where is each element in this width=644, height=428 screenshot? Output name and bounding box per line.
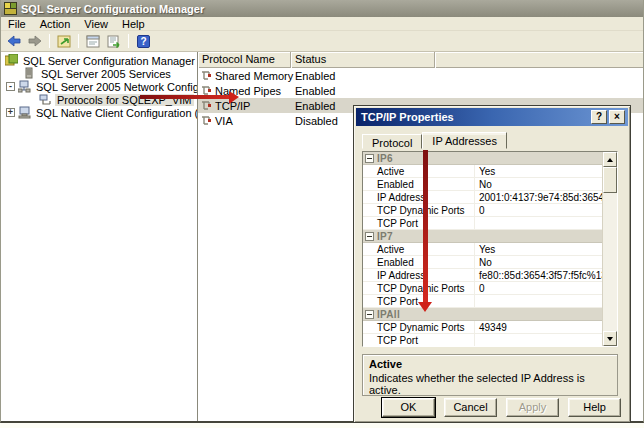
svg-text:?: ?	[140, 36, 146, 47]
grid-row[interactable]: Enabled No	[363, 256, 602, 269]
property-description-title: Active	[369, 358, 611, 370]
grid-row-tcp-dynamic-ports[interactable]: TCP Dynamic Ports 49349	[363, 321, 602, 334]
export-list-button[interactable]	[105, 33, 123, 50]
native-client-icon	[18, 106, 31, 119]
property-description: Active Indicates whether the selected IP…	[362, 354, 618, 396]
show-hide-console-tree-button[interactable]	[55, 33, 73, 50]
window-title: SQL Server Configuration Manager	[21, 3, 204, 15]
column-header-status[interactable]: Status	[291, 52, 435, 68]
help-button[interactable]: ?	[134, 33, 152, 50]
menubar: File Action View Help	[1, 17, 643, 31]
grid-row[interactable]: TCP Dynamic Ports 0	[363, 282, 602, 295]
grid-row[interactable]: IP Address fe80::85d:3654:3f57:f5fc%13	[363, 269, 602, 282]
grid-row[interactable]: TCP Dynamic Ports 0	[363, 204, 602, 217]
grid-row[interactable]: TCP Port	[363, 295, 602, 308]
collapse-icon[interactable]	[365, 232, 374, 241]
grid-row[interactable]: IP Address 2001:0:4137:9e74:85d:3654:3f5…	[363, 191, 602, 204]
toolbar-separator	[78, 34, 79, 48]
close-icon[interactable]: ×	[609, 110, 625, 124]
apply-button[interactable]: Apply	[506, 398, 559, 417]
protocol-icon	[201, 115, 212, 126]
main-window: SQL Server Configuration Manager File Ac…	[0, 0, 644, 423]
protocol-status: Enabled	[291, 85, 435, 97]
app-icon	[4, 2, 17, 15]
protocol-status: Enabled	[291, 70, 435, 82]
tree-item-label: SQL Native Client Configuration (32bit)	[34, 107, 198, 119]
dialog-title: TCP/IP Properties	[361, 111, 454, 123]
column-header-filler	[435, 52, 643, 68]
list-header: Protocol Name Status	[198, 52, 643, 68]
collapse-icon[interactable]	[365, 310, 374, 319]
properties-icon	[86, 35, 100, 48]
dialog-help-icon[interactable]: ?	[591, 110, 607, 124]
dialog-titlebar[interactable]: TCP/IP Properties ? ×	[356, 108, 628, 126]
column-header-protocol-name[interactable]: Protocol Name	[198, 52, 291, 68]
help-button-dialog[interactable]: Help	[568, 398, 621, 417]
tab-protocol[interactable]: Protocol	[362, 134, 422, 149]
console-root-icon	[5, 54, 18, 67]
annotation-arrow-to-ipall	[418, 150, 433, 312]
main-titlebar: SQL Server Configuration Manager	[1, 0, 643, 17]
group-header-ip6[interactable]: IP6	[363, 152, 602, 165]
scroll-down-icon[interactable]	[603, 331, 617, 346]
forward-button[interactable]	[26, 33, 44, 50]
grid-row[interactable]: Active Yes	[363, 243, 602, 256]
grid-row[interactable]: Enabled No	[363, 178, 602, 191]
protocol-name: Shared Memory	[215, 70, 293, 82]
protocol-icon	[201, 70, 212, 81]
tree-item-native-client[interactable]: + SQL Native Client Configuration (32bit…	[1, 106, 197, 119]
dialog-buttons: OK Cancel Apply Help	[354, 398, 621, 417]
menu-file[interactable]: File	[1, 17, 33, 31]
back-button[interactable]	[5, 33, 23, 50]
help-icon: ?	[137, 35, 150, 48]
property-description-text: Indicates whether the selected IP Addres…	[369, 372, 611, 396]
export-list-icon	[107, 35, 121, 48]
scroll-up-icon[interactable]	[603, 152, 617, 167]
forward-arrow-icon	[28, 35, 42, 47]
services-icon	[23, 67, 36, 80]
tcpip-properties-dialog: TCP/IP Properties ? × Protocol IP Addres…	[353, 105, 631, 423]
network-config-icon	[18, 80, 31, 93]
console-tree-pane: SQL Server Configuration Manager (Local)…	[1, 52, 198, 421]
protocols-icon	[39, 93, 52, 106]
tree-item-root[interactable]: SQL Server Configuration Manager (Local)	[1, 54, 197, 67]
menu-view[interactable]: View	[77, 17, 115, 31]
tab-ip-addresses[interactable]: IP Addresses	[422, 132, 507, 149]
collapse-icon[interactable]	[365, 154, 374, 163]
collapse-icon[interactable]: -	[6, 82, 15, 91]
grid-row[interactable]: TCP Port	[363, 217, 602, 230]
properties-button[interactable]	[84, 33, 102, 50]
toolbar: ?	[1, 31, 643, 52]
grid-row-tcp-port[interactable]: TCP Port	[363, 334, 602, 347]
cancel-button[interactable]: Cancel	[444, 398, 497, 417]
console-tree-icon	[57, 35, 72, 48]
expand-icon[interactable]: +	[6, 108, 15, 117]
menu-action[interactable]: Action	[33, 17, 78, 31]
tree-item-services[interactable]: SQL Server 2005 Services	[1, 67, 197, 80]
protocol-name: VIA	[215, 115, 233, 127]
group-header-ip7[interactable]: IP7	[363, 230, 602, 243]
list-row-shared-memory[interactable]: Shared Memory Enabled	[198, 68, 643, 83]
grid-scrollbar[interactable]	[602, 152, 617, 346]
ok-button[interactable]: OK	[382, 398, 435, 417]
group-header-ipall[interactable]: IPAll	[363, 308, 602, 321]
list-row-named-pipes[interactable]: Named Pipes Enabled	[198, 83, 643, 98]
dialog-tabstrip: Protocol IP Addresses	[362, 132, 507, 149]
scrollbar-thumb[interactable]	[603, 167, 617, 193]
ip-address-grid: IP6 Active Yes Enabled No IP Address 200…	[362, 151, 618, 347]
toolbar-separator	[49, 34, 50, 48]
annotation-arrow-to-tcpip	[140, 91, 239, 104]
toolbar-separator	[128, 34, 129, 48]
back-arrow-icon	[7, 35, 21, 47]
tree-item-label: SQL Server Configuration Manager (Local)	[21, 55, 198, 67]
grid-row[interactable]: Active Yes	[363, 165, 602, 178]
tree-item-label: SQL Server 2005 Services	[39, 68, 173, 80]
menu-help[interactable]: Help	[115, 17, 152, 31]
